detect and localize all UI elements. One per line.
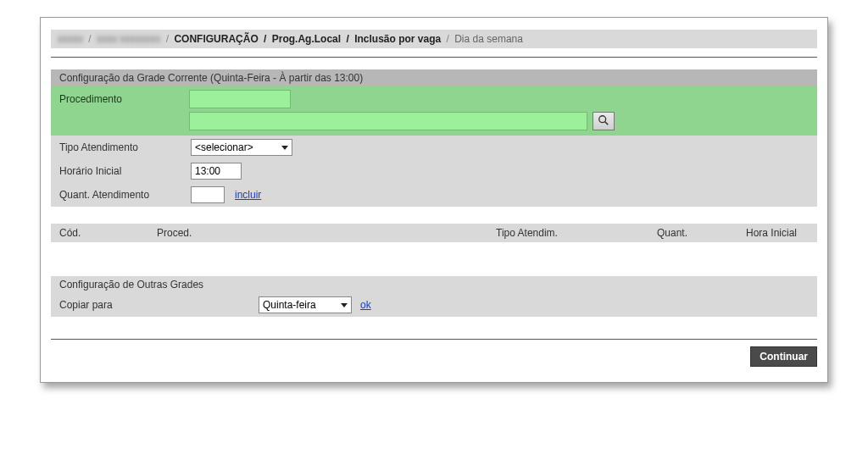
divider [51,57,817,58]
th-proced: Proced. [148,227,487,239]
breadcrumb-sep: / [166,33,169,45]
quant-atend-input[interactable] [191,186,225,203]
breadcrumb-configuracao: CONFIGURAÇÃO [174,33,258,45]
breadcrumb-blur-2: xxxx xxxxxxxx [97,33,160,45]
procedimento-label: Procedimento [59,90,182,105]
horario-inicial-label: Horário Inicial [59,165,191,177]
procedimento-code-input[interactable] [189,90,291,108]
procedimento-search-button[interactable] [593,112,615,130]
search-icon [598,114,609,129]
incluir-link[interactable]: incluir [235,189,261,201]
copiar-para-label: Copiar para [59,299,250,311]
section-outras-grades-title: Configuração de Outras Grades [51,276,817,293]
breadcrumb: xxxxx / xxxx xxxxxxxx / CONFIGURAÇÃO / P… [51,30,817,48]
horario-inicial-input[interactable] [191,163,242,180]
th-cod: Cód. [51,227,148,239]
continuar-button[interactable]: Continuar [750,346,817,367]
breadcrumb-dia: Dia da semana [454,33,523,45]
ok-link[interactable]: ok [360,299,371,311]
breadcrumb-sep: / [447,33,449,45]
breadcrumb-sep: / [264,33,266,45]
th-hora: Hora Inicial [737,227,817,239]
procedimento-desc-input[interactable] [189,112,587,130]
quant-atend-label: Quant. Atendimento [59,189,191,201]
th-quant: Quant. [648,227,737,239]
tipo-atendimento-select[interactable]: <selecionar> [191,139,292,156]
copiar-para-select[interactable]: Quinta-feira [259,296,352,313]
breadcrumb-sep: / [346,33,348,45]
horario-inicial-row: Horário Inicial [51,159,817,183]
breadcrumb-sep: / [88,33,91,45]
main-panel: xxxxx / xxxx xxxxxxxx / CONFIGURAÇÃO / P… [40,17,828,383]
footer: Continuar [51,339,817,367]
breadcrumb-prog: Prog.Ag.Local [272,33,341,45]
svg-line-1 [605,121,609,125]
copiar-para-row: Copiar para Quinta-feira ok [51,293,817,317]
tipo-atendimento-label: Tipo Atendimento [59,141,191,153]
section-grade-corrente-title: Configuração da Grade Corrente (Quinta-F… [51,69,817,86]
breadcrumb-inclusao: Inclusão por vaga [354,33,441,45]
th-tipo: Tipo Atendim. [487,227,648,239]
procedimento-row: Procedimento [51,86,817,136]
breadcrumb-blur-1: xxxxx [58,33,83,45]
tipo-atendimento-row: Tipo Atendimento <selecionar> [51,136,817,159]
quant-atend-row: Quant. Atendimento incluir [51,183,817,207]
table-header: Cód. Proced. Tipo Atendim. Quant. Hora I… [51,224,817,242]
svg-point-0 [599,115,606,122]
